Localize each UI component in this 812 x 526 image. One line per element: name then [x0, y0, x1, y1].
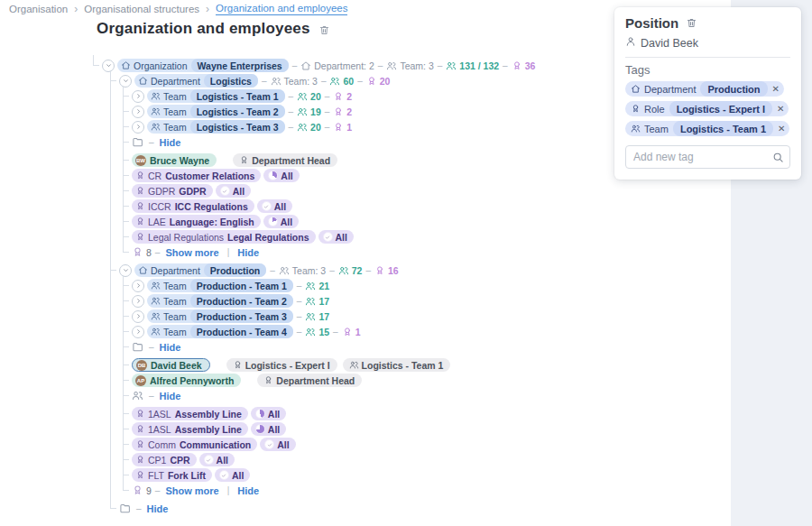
tree-row: DepartmentLogistics–Team: 3–60–20: [110, 73, 535, 88]
role-pill[interactable]: LAELanguage: English: [132, 215, 261, 228]
badge-icon: [512, 60, 522, 71]
badge-icon: [135, 171, 145, 180]
badge-icon: [263, 375, 273, 385]
coverage-label: All: [232, 470, 244, 481]
tree-node-pill[interactable]: TeamProduction - Team 1: [147, 279, 293, 292]
coverage-label: All: [277, 439, 289, 450]
remove-tag-icon[interactable]: ✕: [772, 84, 780, 94]
team-icon: [151, 122, 161, 132]
tree-row: TeamProduction - Team 3–17: [123, 309, 535, 324]
connector-dash: –: [325, 122, 330, 132]
tree-row: GDPRGDPRAll: [123, 183, 535, 198]
tree-connector: [123, 96, 129, 97]
stat-value: Team: 3: [284, 76, 318, 87]
role-code-label: 1ASL: [148, 424, 171, 435]
team-icon: [132, 390, 143, 401]
stat-value: 131 / 132: [459, 60, 499, 71]
hide-link[interactable]: Hide: [160, 391, 181, 401]
stat-value: 21: [318, 281, 329, 291]
home-icon: [631, 84, 641, 94]
role-name-label: Fork Lift: [168, 470, 206, 481]
tree-node-pill[interactable]: TeamProduction - Team 2: [147, 294, 293, 308]
show-more-link[interactable]: Show more: [165, 485, 218, 496]
person-pill[interactable]: DBDavid Beek: [132, 358, 210, 372]
badge-icon: [366, 76, 377, 87]
hide-link[interactable]: Hide: [237, 485, 259, 496]
tree-node-pill[interactable]: TeamLogistics - Team 1: [147, 89, 285, 103]
tree-connector: [123, 444, 129, 445]
tree-node-pill[interactable]: OrganizationWayne Enterprises: [117, 59, 289, 72]
stat-value: 60: [343, 76, 354, 87]
role-pill[interactable]: Legal RegulationsLegal Regulations: [132, 230, 316, 244]
remove-tag-icon[interactable]: ✕: [778, 124, 785, 134]
badge-icon: [239, 155, 249, 165]
team-icon: [631, 124, 641, 134]
tree-connector: [123, 380, 129, 381]
team-icon: [338, 265, 349, 276]
chevron-down-icon[interactable]: [119, 75, 132, 88]
tree-node-pill[interactable]: TeamLogistics - Team 3: [147, 120, 285, 134]
badge-icon: [374, 265, 385, 276]
role-pill[interactable]: CRCustomer Relations: [132, 169, 261, 182]
tree-node-pill[interactable]: TeamLogistics - Team 2: [147, 105, 285, 118]
home-icon: [138, 265, 148, 275]
node-name-label: Production - Team 2: [190, 294, 293, 308]
divider: [625, 57, 790, 58]
tree-node-pill[interactable]: TeamProduction - Team 4: [147, 325, 293, 338]
role-pill[interactable]: 1ASLAssembly Line: [132, 407, 248, 420]
show-more-link[interactable]: Show more: [165, 247, 218, 258]
node-type-label: Team: [163, 281, 187, 291]
tree-connector: [123, 395, 129, 396]
connector-dash: –: [136, 503, 142, 513]
tree-connector: [123, 190, 129, 191]
hide-link[interactable]: Hide: [147, 503, 169, 514]
breadcrumb-item-current[interactable]: Organization and employees: [216, 3, 347, 15]
chevron-right-icon[interactable]: [132, 90, 144, 103]
chevron-down-icon[interactable]: [102, 60, 115, 72]
person-pill[interactable]: APAlfred Pennyworth: [132, 374, 241, 387]
chevron-right-icon[interactable]: [132, 106, 144, 118]
add-tag-input[interactable]: [625, 145, 790, 169]
tree-row: DepartmentProduction–Team: 3–72–16: [110, 263, 535, 278]
role-pill[interactable]: FLTFork Lift: [132, 468, 212, 482]
tree-connector: [123, 206, 129, 207]
role-pill[interactable]: CP1CPR: [132, 453, 197, 466]
person-pill[interactable]: BWBruce Wayne: [132, 153, 217, 167]
link-divider: |: [227, 247, 230, 257]
tree-row: ICCRICC RegulationsAll: [123, 198, 535, 214]
chevron-right-icon[interactable]: [132, 280, 144, 292]
trash-icon[interactable]: [686, 17, 697, 29]
chevron-right-icon[interactable]: [132, 121, 144, 134]
hide-link[interactable]: Hide: [160, 342, 181, 353]
role-pill[interactable]: 1ASLAssembly Line: [132, 422, 248, 436]
team-icon: [271, 76, 281, 87]
person-icon: [625, 36, 636, 50]
stat-value: 17: [318, 296, 329, 307]
breadcrumb-item[interactable]: Organisational structures: [84, 4, 199, 14]
chevron-right-icon[interactable]: [132, 310, 144, 323]
tree-connector: [123, 346, 129, 347]
role-pill[interactable]: CommCommunication: [132, 438, 257, 451]
role-pill[interactable]: GDPRGDPR: [132, 184, 213, 198]
chevron-right-icon[interactable]: [132, 295, 144, 308]
chevron-right-icon[interactable]: [132, 326, 144, 338]
tree-node-pill[interactable]: TeamProduction - Team 3: [147, 309, 293, 323]
hide-link[interactable]: Hide: [237, 247, 259, 258]
tree-node-pill[interactable]: DepartmentProduction: [134, 263, 266, 277]
stat-value: Department: 2: [314, 60, 374, 71]
stat-value: 20: [310, 122, 321, 133]
tree-row: APAlfred PennyworthDepartment Head: [123, 373, 535, 388]
breadcrumb-item[interactable]: Organisation: [9, 4, 68, 14]
tree-connector: [123, 475, 129, 475]
badge-icon: [135, 439, 145, 449]
hide-link[interactable]: Hide: [160, 137, 181, 148]
tree-row: BWBruce WayneDepartment Head: [123, 152, 535, 168]
connector-dash: –: [333, 327, 338, 337]
role-pill[interactable]: ICCRICC Regulations: [132, 199, 254, 213]
remove-tag-icon[interactable]: ✕: [777, 104, 784, 114]
team-icon: [329, 76, 340, 87]
team-icon: [305, 327, 316, 337]
chevron-down-icon[interactable]: [119, 264, 132, 277]
trash-icon[interactable]: [318, 23, 330, 35]
tree-node-pill[interactable]: DepartmentLogistics: [134, 74, 258, 88]
